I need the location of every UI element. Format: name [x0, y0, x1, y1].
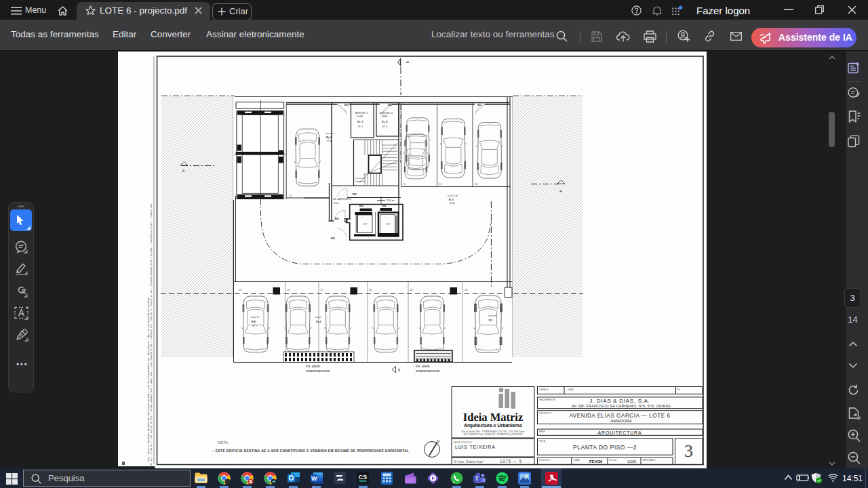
svg-text:R 1: R 1 [489, 319, 493, 322]
svg-text:M1 ALV. 0.30 EXT — M2 ALV 0.15: M1 ALV. 0.30 EXT — M2 ALV 0.15 INT — BET… [150, 203, 153, 466]
svg-text:19: 19 [410, 288, 413, 291]
svg-text:3: 3 [684, 441, 693, 461]
svg-text:11: 11 [289, 194, 292, 197]
svg-text:Nº 2: Nº 2 [252, 325, 257, 327]
svg-text:REQUERENTE: REQUERENTE [539, 399, 555, 401]
svg-text:17: 17 [320, 288, 323, 291]
svg-text:B: B [406, 61, 410, 63]
svg-text:ins. pisos: ins. pisos [416, 364, 430, 368]
svg-text:ESC: ESC [388, 104, 393, 106]
svg-text:Fç 2: Fç 2 [316, 321, 321, 323]
svg-text:R. V: R. V [449, 199, 454, 201]
svg-text:Telf. 214600119 Telm. 91700017: Telf. 214600119 Telm. 917000170 - 914490… [464, 433, 523, 436]
svg-text:B: B [398, 369, 400, 372]
svg-text:◄E◄ARRUMOS: ◄E◄ARRUMOS [332, 198, 351, 201]
svg-text:ESC: ESC [335, 218, 340, 220]
svg-text:J. DIAS & DIAS, S.A.: J. DIAS & DIAS, S.A. [589, 398, 650, 404]
svg-text:Desenho nº: Desenho nº [539, 459, 551, 462]
svg-text:3.HM²: 3.HM² [357, 115, 364, 118]
svg-text:– ESTE EDIFICIO DESTINA-SE A S: – ESTE EDIFICIO DESTINA-SE A SER CONSTIT… [212, 449, 409, 453]
svg-text:14: 14 [475, 182, 478, 186]
svg-text:a=xx m²: a=xx m² [251, 316, 260, 319]
svg-text:1/100: 1/100 [627, 460, 636, 464]
svg-text:6 P: 6 P [363, 223, 368, 226]
svg-text:T: T [475, 475, 479, 482]
svg-text:R E: R E [252, 321, 256, 323]
svg-text:APROVADO: APROVADO [643, 459, 656, 462]
svg-text:Nº A: Nº A [450, 202, 455, 205]
svg-text:A: A [182, 169, 185, 173]
svg-text:Ideia Matriz: Ideia Matriz [463, 411, 523, 424]
svg-text:12: 12 [403, 182, 406, 186]
svg-text:Nº 4: Nº 4 [358, 125, 363, 128]
svg-text:18: 18 [369, 288, 372, 291]
svg-text:ESC: ESC [382, 205, 387, 207]
svg-text:Nº: Nº [677, 388, 680, 391]
svg-text:a=11.0 m²: a=11.0 m² [448, 195, 459, 197]
svg-text:FEV/20: FEV/20 [589, 460, 602, 464]
svg-text:Rç V: Rç V [326, 136, 332, 139]
svg-text:NOTA: TODAS AS DIMENSOES DEVER: NOTA: TODAS AS DIMENSOES DEVERAO SER VER… [148, 298, 150, 462]
svg-text:ARRUMO 3: ARRUMO 3 [355, 112, 368, 115]
svg-text:ESC: ESC [353, 193, 357, 196]
svg-text:NOTA:: NOTA: [218, 441, 229, 445]
svg-text:ARRUMO 4: ARRUMO 4 [380, 112, 393, 115]
svg-text:PLANTA DO PISO —2: PLANTA DO PISO —2 [573, 444, 637, 451]
svg-text:Fç. V: Fç. V [357, 121, 363, 123]
svg-text:Escala: Escala [610, 459, 616, 462]
svg-text:20: 20 [465, 288, 468, 291]
svg-text:Rua da Venda, R/Dt. "TORRE PLA: Rua da Venda, R/Dt. "TORRE PLAZA" 1150-1… [461, 430, 524, 433]
svg-text:6 P: 6 P [387, 223, 391, 226]
svg-text:OBRA Nº: OBRA Nº [539, 388, 549, 391]
svg-text:FASE: FASE [539, 430, 545, 433]
svg-text:LUIS TEIXEIRA: LUIS TEIXEIRA [455, 445, 496, 449]
svg-text:PROJECTO: PROJECTO [539, 412, 552, 415]
svg-text:Nº insc. Ordem Arqtº: Nº insc. Ordem Arqtº [454, 460, 484, 464]
svg-text:estacionamento: estacionamento [416, 369, 440, 373]
svg-text:ARQUITECTURA: ARQUITECTURA [598, 430, 642, 436]
svg-text:a=xx²: a=xx² [315, 316, 322, 319]
svg-text:a=xx m²: a=xx m² [326, 132, 335, 135]
svg-text:a=xx m²: a=xx m² [488, 314, 498, 317]
svg-text:Arquitectura e Urbanismo: Arquitectura e Urbanismo [464, 423, 522, 428]
svg-text:15: 15 [239, 288, 242, 291]
svg-text:estacionamento: estacionamento [306, 369, 330, 373]
svg-text:PEÇA: PEÇA [539, 440, 546, 443]
svg-text:3.HM²: 3.HM² [381, 115, 389, 118]
svg-text:AV. DR. FRANCISCO SA CARNEIRO,: AV. DR. FRANCISCO SA CARNEIRO, Nº5, 5ºD,… [572, 404, 671, 408]
svg-text:16: 16 [287, 288, 290, 291]
svg-text:13: 13 [439, 182, 442, 186]
svg-text:AMADORA: AMADORA [610, 418, 632, 423]
svg-text:ins. pisos: ins. pisos [306, 364, 320, 368]
svg-text:ARQUITECTOS: ARQUITECTOS [454, 441, 472, 444]
svg-text:1975 — 5: 1975 — 5 [500, 459, 522, 464]
svg-text:Nº A: Nº A [327, 140, 332, 142]
svg-text:A: A [559, 189, 562, 193]
svg-text:110 m: 110 m [387, 199, 395, 202]
svg-text:ESC: ESC [359, 205, 364, 207]
svg-text:W: W [311, 475, 317, 482]
svg-text:ESC: ESC [331, 237, 336, 240]
svg-text:CS: CS [359, 474, 368, 481]
svg-text:ESC: ESC [477, 104, 482, 106]
svg-text:DATA: DATA [568, 388, 574, 391]
svg-text:4.9m²: 4.9m² [334, 202, 340, 205]
svg-text:Nº 6: Nº 6 [382, 125, 387, 128]
svg-text:O: O [289, 474, 294, 482]
svg-text:DATA: DATA [574, 459, 580, 462]
svg-text:Fç. 6: Fç. 6 [382, 121, 387, 123]
svg-text:N: N [437, 439, 440, 443]
svg-text:ESC: ESC [344, 104, 349, 106]
